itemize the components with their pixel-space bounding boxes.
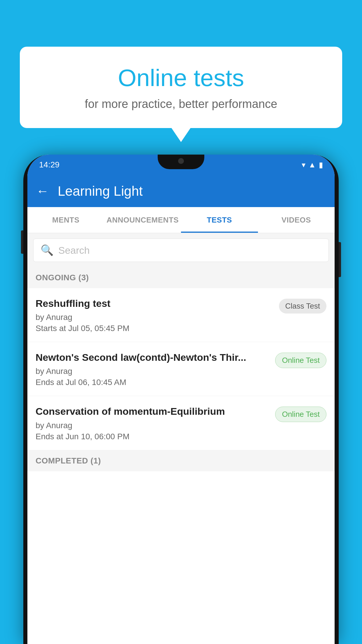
bubble-title: Online tests <box>34 64 328 92</box>
speech-bubble: Online tests for more practice, better p… <box>20 47 342 128</box>
test-info-3: Conservation of momentum-Equilibrium by … <box>36 405 269 441</box>
signal-icon: ▲ <box>308 160 316 169</box>
completed-section-header: COMPLETED (1) <box>27 450 335 471</box>
test-item-3[interactable]: Conservation of momentum-Equilibrium by … <box>27 396 335 450</box>
test-badge-1: Class Test <box>279 299 326 314</box>
battery-icon: ▮ <box>319 160 323 169</box>
status-time: 14:29 <box>39 160 59 169</box>
tabs-bar: MENTS ANNOUNCEMENTS TESTS VIDEOS <box>27 207 335 233</box>
test-author-3: by Anurag <box>36 421 269 430</box>
test-info-2: Newton's Second law(contd)-Newton's Thir… <box>36 351 269 387</box>
app-bar: ← Learning Light <box>27 175 335 207</box>
wifi-icon: ▾ <box>302 160 305 169</box>
test-time-3: Ends at Jun 10, 06:00 PM <box>36 432 269 441</box>
tab-videos[interactable]: VIDEOS <box>258 207 335 233</box>
search-icon: 🔍 <box>41 244 54 256</box>
phone-notch <box>158 155 204 169</box>
status-icons: ▾ ▲ ▮ <box>302 160 323 169</box>
test-list: Reshuffling test by Anurag Starts at Jul… <box>27 288 335 450</box>
tab-announcements[interactable]: ANNOUNCEMENTS <box>104 207 181 233</box>
phone-side-button-left <box>21 230 23 254</box>
test-author-1: by Anurag <box>36 313 273 322</box>
test-name-2: Newton's Second law(contd)-Newton's Thir… <box>36 351 269 364</box>
tab-tests[interactable]: TESTS <box>181 207 258 233</box>
test-time-2: Ends at Jul 06, 10:45 AM <box>36 378 269 387</box>
bubble-subtitle: for more practice, better performance <box>34 97 328 111</box>
app-title: Learning Light <box>58 183 143 199</box>
search-box[interactable]: 🔍 Search <box>33 239 329 262</box>
test-name-3: Conservation of momentum-Equilibrium <box>36 405 269 418</box>
test-item-1[interactable]: Reshuffling test by Anurag Starts at Jul… <box>27 288 335 342</box>
phone-side-button-right <box>339 242 341 277</box>
search-placeholder: Search <box>58 245 90 256</box>
ongoing-section-header: ONGOING (3) <box>27 267 335 288</box>
test-item-2[interactable]: Newton's Second law(contd)-Newton's Thir… <box>27 342 335 396</box>
test-author-2: by Anurag <box>36 367 269 376</box>
test-info-1: Reshuffling test by Anurag Starts at Jul… <box>36 297 273 333</box>
test-badge-3: Online Test <box>275 407 326 422</box>
tab-ments[interactable]: MENTS <box>27 207 104 233</box>
phone-screen: 14:29 ▾ ▲ ▮ ← Learning Light MENTS ANNOU… <box>27 155 335 644</box>
camera-notch <box>178 158 184 164</box>
back-button[interactable]: ← <box>36 185 49 197</box>
test-badge-2: Online Test <box>275 353 326 368</box>
phone-device: 14:29 ▾ ▲ ▮ ← Learning Light MENTS ANNOU… <box>23 155 339 644</box>
status-bar: 14:29 ▾ ▲ ▮ <box>27 155 335 175</box>
search-container: 🔍 Search <box>27 233 335 267</box>
test-name-1: Reshuffling test <box>36 297 273 310</box>
test-time-1: Starts at Jul 05, 05:45 PM <box>36 324 273 333</box>
